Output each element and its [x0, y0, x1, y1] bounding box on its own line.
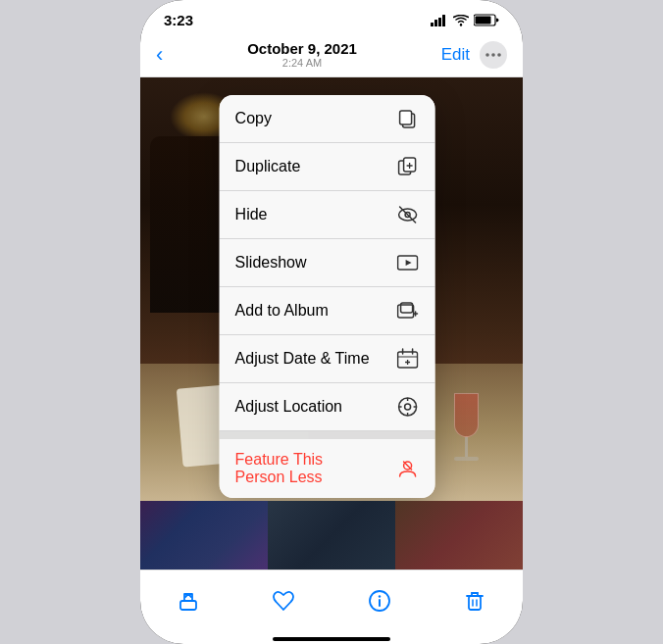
wifi-icon — [453, 15, 469, 26]
back-button[interactable]: ‹ — [156, 42, 163, 68]
phone-frame: 3:23 — [140, 0, 523, 644]
menu-item-duplicate[interactable]: Duplicate — [220, 143, 435, 191]
menu-item-copy[interactable]: Copy — [220, 95, 435, 143]
svg-rect-6 — [476, 17, 491, 25]
more-icon — [485, 53, 501, 57]
svg-rect-1 — [434, 20, 437, 26]
menu-hide-label: Hide — [235, 206, 268, 223]
svg-point-9 — [497, 53, 501, 57]
bottom-toolbar — [140, 570, 523, 638]
context-menu: Copy Duplicate — [220, 95, 435, 498]
status-bar: 3:23 — [140, 0, 523, 34]
menu-adjust-date-label: Adjust Date & Time — [235, 350, 370, 368]
share-button[interactable] — [167, 579, 210, 622]
menu-add-to-album-label: Add to Album — [235, 302, 329, 320]
battery-icon — [474, 14, 499, 26]
status-icons — [431, 14, 499, 26]
status-time: 3:23 — [164, 12, 193, 28]
nav-right-buttons: Edit — [441, 41, 507, 69]
menu-duplicate-label: Duplicate — [235, 158, 301, 175]
like-button[interactable] — [262, 579, 305, 622]
thumbnail-1[interactable] — [140, 501, 268, 570]
menu-item-slideshow[interactable]: Slideshow — [220, 239, 435, 287]
photo-view: Copy Duplicate — [140, 77, 523, 501]
nav-subtitle: 2:24 AM — [282, 57, 322, 69]
more-button[interactable] — [480, 41, 507, 69]
duplicate-icon — [396, 155, 420, 178]
edit-button[interactable]: Edit — [441, 45, 470, 65]
svg-rect-0 — [431, 23, 434, 26]
menu-feature-person-label: Feature ThisPerson Less — [235, 451, 324, 486]
menu-copy-label: Copy — [235, 110, 272, 127]
nav-center: October 9, 2021 2:24 AM — [247, 40, 357, 69]
svg-rect-11 — [400, 111, 412, 124]
svg-rect-43 — [469, 596, 481, 610]
copy-icon — [396, 107, 420, 130]
home-indicator — [140, 638, 523, 644]
thumbnail-2[interactable] — [268, 501, 395, 570]
menu-adjust-location-label: Adjust Location — [235, 398, 342, 416]
svg-rect-2 — [438, 18, 441, 26]
wine-glass — [449, 393, 484, 471]
svg-point-7 — [485, 53, 489, 57]
menu-item-adjust-date[interactable]: Adjust Date & Time — [220, 335, 435, 383]
adjust-date-icon — [396, 347, 420, 371]
add-to-album-icon — [396, 299, 420, 322]
svg-marker-20 — [406, 260, 412, 266]
menu-slideshow-label: Slideshow — [235, 254, 307, 272]
thumbnail-3[interactable] — [395, 501, 523, 570]
hide-icon — [396, 203, 420, 226]
signal-icon — [431, 15, 448, 26]
info-button[interactable] — [358, 579, 401, 622]
delete-button[interactable] — [453, 579, 496, 622]
svg-point-32 — [405, 404, 411, 410]
menu-item-adjust-location[interactable]: Adjust Location — [220, 383, 435, 431]
menu-item-hide[interactable]: Hide — [220, 191, 435, 239]
menu-divider — [220, 431, 435, 439]
svg-point-8 — [491, 53, 495, 57]
adjust-location-icon — [396, 395, 420, 419]
svg-rect-39 — [180, 601, 196, 610]
person-silhouette — [150, 136, 229, 313]
slideshow-icon — [396, 251, 420, 274]
svg-rect-3 — [442, 15, 445, 26]
svg-point-4 — [460, 24, 462, 25]
menu-item-feature-person[interactable]: Feature ThisPerson Less — [220, 439, 435, 498]
thumbnail-strip — [140, 501, 523, 570]
home-bar — [273, 637, 390, 641]
menu-item-add-to-album[interactable]: Add to Album — [220, 287, 435, 335]
nav-title: October 9, 2021 — [247, 40, 357, 57]
svg-point-42 — [379, 595, 381, 597]
feature-person-icon — [396, 457, 420, 480]
nav-bar: ‹ October 9, 2021 2:24 AM Edit — [140, 34, 523, 77]
